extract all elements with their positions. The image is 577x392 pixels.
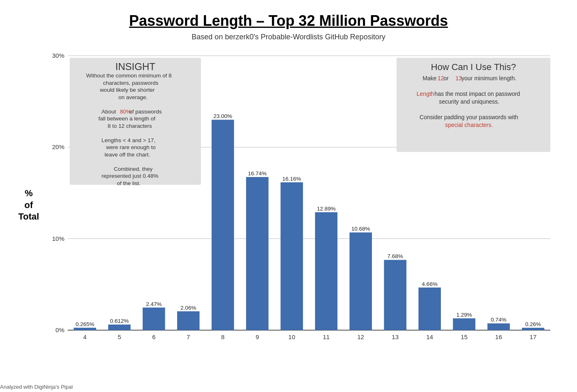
svg-text:10%: 10% xyxy=(52,235,64,242)
svg-text:15: 15 xyxy=(461,333,468,340)
svg-text:0.26%: 0.26% xyxy=(525,321,541,327)
svg-rect-48 xyxy=(522,328,545,330)
svg-text:8: 8 xyxy=(221,333,224,340)
svg-text:12: 12 xyxy=(438,75,444,82)
svg-text:represented just 0.48%: represented just 0.48% xyxy=(102,173,159,179)
svg-text:special characters.: special characters. xyxy=(445,122,493,128)
svg-text:1.29%: 1.29% xyxy=(456,312,472,318)
svg-rect-42 xyxy=(453,318,475,330)
svg-rect-15 xyxy=(143,308,165,330)
svg-text:or: or xyxy=(444,75,449,82)
svg-text:leave off the chart.: leave off the chart. xyxy=(105,152,150,158)
svg-text:INSIGHT: INSIGHT xyxy=(115,61,155,72)
svg-text:5: 5 xyxy=(118,333,121,340)
svg-rect-39 xyxy=(418,288,441,330)
svg-rect-27 xyxy=(281,182,303,330)
chart-inner: 0%10%20%30%0.265%40.612%52.47%62.06%723.… xyxy=(45,50,556,344)
svg-rect-30 xyxy=(315,212,338,330)
svg-rect-9 xyxy=(74,328,96,330)
svg-text:7: 7 xyxy=(187,333,190,340)
svg-text:10.68%: 10.68% xyxy=(351,226,370,232)
svg-text:About: About xyxy=(102,109,116,115)
svg-text:17: 17 xyxy=(530,333,537,340)
svg-text:10: 10 xyxy=(288,333,295,340)
svg-text:Make: Make xyxy=(422,75,436,82)
svg-text:8 to 12 characters: 8 to 12 characters xyxy=(108,123,152,129)
svg-text:Consider padding your password: Consider padding your passwords with xyxy=(420,114,518,120)
svg-text:12: 12 xyxy=(357,333,364,340)
svg-text:0.74%: 0.74% xyxy=(491,317,506,323)
svg-rect-24 xyxy=(246,177,269,330)
chart-subtitle: Based on berzerk0's Probable-Wordlists G… xyxy=(16,33,561,41)
svg-text:characters, passwords: characters, passwords xyxy=(103,80,158,86)
svg-text:13: 13 xyxy=(392,333,399,340)
svg-rect-18 xyxy=(177,311,200,330)
svg-text:Lengths < 4 and  > 17,: Lengths < 4 and > 17, xyxy=(102,137,155,143)
svg-rect-36 xyxy=(384,260,406,330)
svg-text:13: 13 xyxy=(456,75,462,82)
chart-title: Password Length – Top 32 Million Passwor… xyxy=(16,12,561,29)
svg-text:would likely be shorter: would likely be shorter xyxy=(100,87,155,93)
svg-text:Combined, they: Combined, they xyxy=(114,166,153,172)
page-container: Password Length – Top 32 Million Passwor… xyxy=(0,0,577,392)
y-axis-label: % of Total xyxy=(16,188,41,223)
footer-text: Analyzed with DigiNinja's Pipal xyxy=(0,384,73,390)
svg-text:23.00%: 23.00% xyxy=(213,113,232,119)
svg-text:16.74%: 16.74% xyxy=(248,170,267,177)
svg-rect-45 xyxy=(488,323,510,330)
svg-text:your minimum length.: your minimum length. xyxy=(461,75,516,82)
svg-text:fall between a length of: fall between a length of xyxy=(98,116,155,122)
svg-text:of the list.: of the list. xyxy=(117,180,141,186)
svg-text:2.06%: 2.06% xyxy=(180,305,196,311)
svg-text:4.66%: 4.66% xyxy=(422,281,438,287)
svg-text:security and uniquness.: security and uniquness. xyxy=(439,98,499,105)
svg-text:11: 11 xyxy=(323,333,330,340)
svg-text:How Can I Use This?: How Can I Use This? xyxy=(431,62,516,72)
svg-text:4: 4 xyxy=(83,333,87,340)
svg-text:has the most impact on passwor: has the most impact on password xyxy=(435,91,520,97)
svg-text:6: 6 xyxy=(152,333,155,340)
svg-rect-33 xyxy=(349,232,372,330)
svg-text:were rare enough to: were rare enough to xyxy=(106,144,156,150)
svg-text:0%: 0% xyxy=(55,326,64,333)
svg-rect-12 xyxy=(108,324,131,330)
svg-text:on average.: on average. xyxy=(119,94,148,100)
svg-text:Length: Length xyxy=(417,91,434,97)
svg-text:16: 16 xyxy=(495,333,502,340)
svg-text:0.265%: 0.265% xyxy=(75,321,94,327)
svg-text:16.16%: 16.16% xyxy=(283,176,301,182)
svg-text:7.68%: 7.68% xyxy=(388,253,403,259)
svg-text:14: 14 xyxy=(426,333,433,340)
svg-text:of passwords: of passwords xyxy=(129,109,162,115)
svg-text:20%: 20% xyxy=(52,143,64,150)
svg-text:Without the  common minimum of: Without the common minimum of 8 xyxy=(86,73,172,79)
svg-text:30%: 30% xyxy=(52,52,64,59)
svg-text:2.47%: 2.47% xyxy=(146,301,162,307)
svg-text:0.612%: 0.612% xyxy=(110,318,129,324)
svg-text:12.89%: 12.89% xyxy=(317,206,336,212)
chart-area: % of Total 0%10%20%30%0.265%40.612%52.47… xyxy=(16,50,561,361)
svg-text:9: 9 xyxy=(255,333,259,340)
svg-rect-21 xyxy=(212,120,234,330)
